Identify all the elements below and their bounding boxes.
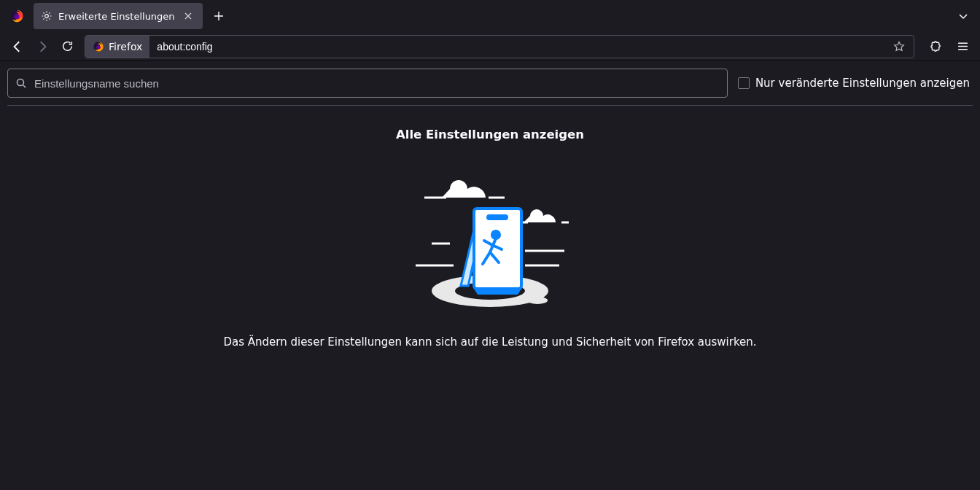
browser-tab-active[interactable]: Erweiterte Einstellungen <box>34 3 203 29</box>
svg-point-4 <box>96 45 100 49</box>
identity-box[interactable]: Firefox <box>85 36 149 58</box>
show-modified-only-checkbox[interactable]: Nur veränderte Einstellungen anzeigen <box>738 77 973 90</box>
plus-icon <box>214 11 224 21</box>
pref-search-input[interactable] <box>34 77 720 90</box>
url-bar[interactable]: Firefox <box>85 35 914 58</box>
tab-strip: Erweiterte Einstellungen <box>0 0 980 32</box>
arrow-left-icon <box>11 40 24 53</box>
main-panel: Alle Einstellungen anzeigen <box>7 106 973 349</box>
puzzle-icon <box>929 40 941 52</box>
star-icon <box>893 41 905 52</box>
svg-point-2 <box>45 15 49 18</box>
caution-illustration <box>7 163 973 309</box>
reload-icon <box>61 40 74 52</box>
svg-rect-18 <box>486 214 508 220</box>
firefox-app-button[interactable] <box>4 4 29 28</box>
firefox-logo-icon <box>9 9 24 23</box>
firefox-logo-icon <box>93 41 104 52</box>
hamburger-icon <box>957 40 969 52</box>
search-row: Nur veränderte Einstellungen anzeigen <box>7 69 973 106</box>
show-all-heading: Alle Einstellungen anzeigen <box>7 128 973 141</box>
tab-close-button[interactable] <box>181 9 195 23</box>
svg-point-1 <box>15 14 20 19</box>
forward-button[interactable] <box>31 35 54 58</box>
tab-title: Erweiterte Einstellungen <box>58 11 175 22</box>
new-tab-button[interactable] <box>207 4 230 28</box>
all-tabs-button[interactable] <box>951 4 976 28</box>
identity-label: Firefox <box>109 41 142 52</box>
reload-button[interactable] <box>55 35 79 58</box>
svg-point-16 <box>527 297 548 304</box>
about-config-content: Nur veränderte Einstellungen anzeigen Al… <box>0 61 980 490</box>
urlbar-actions <box>889 36 914 57</box>
gear-icon <box>41 10 52 22</box>
pref-search-box[interactable] <box>7 69 728 98</box>
bookmark-button[interactable] <box>889 36 909 57</box>
checkbox-box <box>738 77 750 89</box>
url-input[interactable] <box>149 41 889 52</box>
chevron-down-icon <box>958 11 968 21</box>
svg-point-5 <box>18 79 24 86</box>
warning-text: Das Ändern dieser Einstellungen kann sic… <box>7 335 973 349</box>
close-icon <box>184 12 192 20</box>
search-icon <box>15 77 27 89</box>
back-button[interactable] <box>6 35 29 58</box>
arrow-right-icon <box>36 40 49 53</box>
extensions-button[interactable] <box>923 35 946 58</box>
nav-toolbar: Firefox <box>0 32 980 61</box>
checkbox-label: Nur veränderte Einstellungen anzeigen <box>755 77 970 90</box>
app-menu-button[interactable] <box>951 35 974 58</box>
